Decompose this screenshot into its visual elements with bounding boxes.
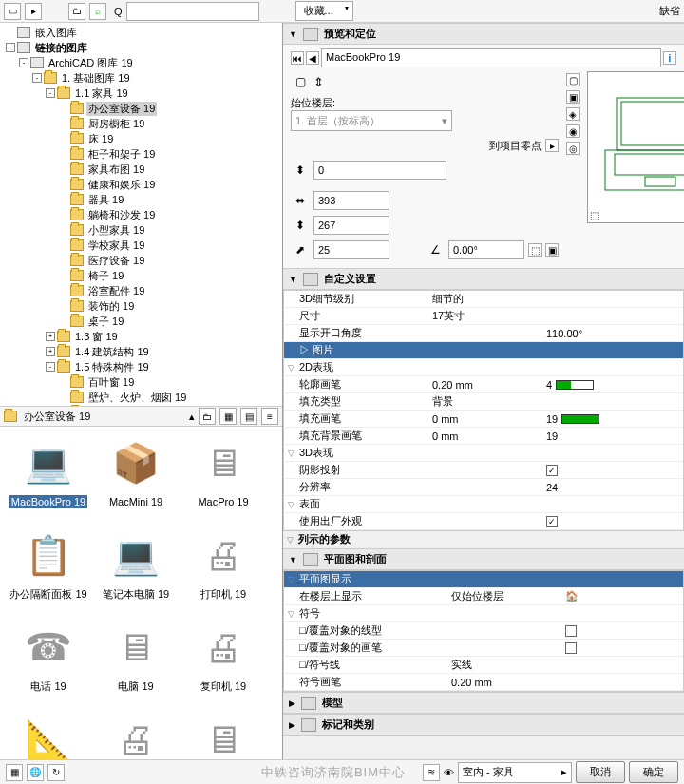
- grid-icon[interactable]: ▦: [6, 764, 23, 781]
- refresh-icon[interactable]: ↻: [48, 764, 65, 781]
- tree-item[interactable]: 浴室配件 19: [2, 283, 280, 298]
- property-row[interactable]: 分辨率24: [284, 479, 683, 496]
- eye-icon[interactable]: 👁: [444, 767, 454, 778]
- property-row[interactable]: ▽符号: [284, 605, 683, 622]
- favorites-button[interactable]: 收藏...: [295, 1, 353, 21]
- thumb-item[interactable]: 🖨绘图机 19: [93, 709, 179, 759]
- arrow-icon[interactable]: ▸: [25, 3, 42, 20]
- tree-item[interactable]: 学校家具 19: [2, 238, 280, 253]
- property-row[interactable]: ▽平面图显示: [284, 571, 683, 588]
- info-icon[interactable]: i: [663, 51, 676, 65]
- thumb-item[interactable]: 🖨打印机 19: [180, 525, 266, 615]
- filter-icon[interactable]: ⌕: [89, 3, 106, 20]
- tree-item[interactable]: -链接的图库: [2, 40, 280, 55]
- view-folder-icon[interactable]: 🗀: [199, 408, 216, 425]
- thumb-item[interactable]: 📐画夹 19: [6, 709, 91, 759]
- tree-item[interactable]: 健康和娱乐 19: [2, 177, 280, 192]
- ok-button[interactable]: 确定: [629, 761, 678, 783]
- tree-item[interactable]: -1. 基础图库 19: [2, 70, 280, 86]
- tree-item[interactable]: 装饰的 19: [2, 298, 280, 314]
- thumb-item[interactable]: 💻MacBookPro 19: [6, 432, 91, 523]
- layer-icon[interactable]: ≋: [423, 764, 440, 781]
- panel-toggle-icon[interactable]: ▭: [4, 3, 21, 20]
- chevron-right-icon[interactable]: ▸: [545, 139, 559, 152]
- property-row[interactable]: 轮廓画笔0.20 mm4: [284, 376, 683, 393]
- property-row[interactable]: 填充类型背景: [284, 393, 683, 411]
- depth-input[interactable]: [314, 216, 390, 235]
- section-tags-header[interactable]: ▶ 标记和类别: [283, 714, 684, 736]
- property-row[interactable]: □/覆盖对象的线型: [284, 622, 683, 640]
- thumb-item[interactable]: 📦MacMini 19: [93, 432, 179, 523]
- tree-item[interactable]: 椅子 19: [2, 268, 280, 283]
- property-row[interactable]: ▽2D表现: [284, 359, 683, 376]
- section-plan-header[interactable]: ▼ 平面图和剖面: [283, 548, 684, 570]
- tree-item[interactable]: 器具 19: [2, 192, 280, 207]
- property-row[interactable]: 填充背景画笔0 mm19: [284, 428, 683, 445]
- property-row[interactable]: 尺寸17英寸: [284, 308, 683, 325]
- tree-item[interactable]: 壁炉、火炉、烟囱 19: [2, 390, 280, 405]
- layer-select[interactable]: 室内 - 家具▸: [458, 762, 572, 783]
- view-iso-icon[interactable]: ◉: [566, 124, 580, 138]
- tree-item[interactable]: 柜子和架子 19: [2, 146, 280, 162]
- thumb-item[interactable]: 📋办公隔断面板 19: [6, 525, 91, 615]
- property-row[interactable]: ▽表面: [284, 496, 683, 513]
- property-row[interactable]: 阴影投射: [284, 462, 683, 479]
- tree-item[interactable]: -ArchiCAD 图库 19: [2, 55, 280, 70]
- thumb-item[interactable]: 🖥MacPro 19: [180, 432, 266, 523]
- tree-item[interactable]: 嵌入图库: [2, 25, 280, 40]
- nav-first-icon[interactable]: ⏮: [291, 51, 304, 65]
- property-row[interactable]: □/覆盖对象的画笔: [284, 640, 683, 657]
- thumbnail-grid[interactable]: 💻MacBookPro 19📦MacMini 19🖥MacPro 19📋办公隔断…: [0, 427, 282, 759]
- property-row[interactable]: □/符号线实线: [284, 657, 683, 674]
- tree-item[interactable]: 百叶窗 19: [2, 374, 280, 390]
- section-preview-header[interactable]: ▼ 预览和定位: [283, 23, 684, 45]
- property-row[interactable]: 3D细节级别细节的: [284, 291, 683, 308]
- floor-select[interactable]: 1. 首层（按标高）▾: [291, 110, 452, 131]
- mirror-v-icon[interactable]: ▣: [545, 243, 559, 257]
- preview-viewport[interactable]: ⬚: [587, 71, 684, 223]
- tree-item[interactable]: 躺椅和沙发 19: [2, 207, 280, 222]
- view-3d-icon[interactable]: ◈: [566, 107, 580, 121]
- section-model-header[interactable]: ▶ 模型: [283, 692, 684, 714]
- tree-item[interactable]: 办公室设备 19: [2, 101, 280, 116]
- angle-input[interactable]: [448, 240, 524, 259]
- up-arrow-icon[interactable]: ▴: [189, 411, 195, 423]
- property-row[interactable]: 显示开口角度110.00°: [284, 325, 683, 342]
- globe-icon[interactable]: 🌐: [27, 764, 44, 781]
- origin-input[interactable]: [314, 161, 446, 180]
- thumb-item[interactable]: 🖨复印机 19: [180, 617, 266, 707]
- property-row[interactable]: ▽3D表现: [284, 445, 683, 462]
- tree-item[interactable]: 桌子 19: [2, 314, 280, 329]
- tree-item[interactable]: 厨房橱柜 19: [2, 116, 280, 131]
- property-row[interactable]: 在楼层上显示仅始位楼层🏠: [284, 588, 683, 605]
- mirror-h-icon[interactable]: ⬚: [528, 243, 542, 257]
- view-small-icon[interactable]: ▤: [240, 408, 257, 425]
- property-row[interactable]: 使用出厂外观: [284, 513, 683, 530]
- search-input[interactable]: [126, 2, 259, 21]
- tree-item[interactable]: 小型家具 19: [2, 222, 280, 238]
- thumb-item[interactable]: 💻笔记本电脑 19: [93, 525, 179, 615]
- thumb-item[interactable]: 🖥电脑 19: [93, 617, 179, 707]
- cancel-button[interactable]: 取消: [576, 761, 625, 783]
- view-side-icon[interactable]: ◎: [566, 142, 580, 155]
- property-row[interactable]: 符号画笔0.20 mm: [284, 674, 683, 691]
- tree-item[interactable]: 医疗设备 19: [2, 253, 280, 268]
- view-front-icon[interactable]: ▣: [566, 90, 580, 104]
- nav-prev-icon[interactable]: ◀: [306, 51, 319, 65]
- tree-item[interactable]: +1.3 窗 19: [2, 329, 280, 344]
- section-custom-header[interactable]: ▼ 自定义设置: [283, 268, 684, 290]
- width-input[interactable]: [314, 191, 390, 210]
- view-list-icon[interactable]: ≡: [261, 408, 278, 425]
- tree-item[interactable]: +1.4 建筑结构 19: [2, 344, 280, 359]
- view-large-icon[interactable]: ▦: [219, 408, 237, 425]
- library-tree[interactable]: 嵌入图库-链接的图库-ArchiCAD 图库 19-1. 基础图库 19-1.1…: [0, 23, 282, 406]
- tree-item[interactable]: 床 19: [2, 131, 280, 146]
- thumb-item[interactable]: 🖥监视器 19: [180, 709, 266, 759]
- z-input[interactable]: [314, 240, 390, 259]
- thumb-item[interactable]: ☎电话 19: [6, 617, 91, 707]
- property-row[interactable]: ▷ 图片: [284, 342, 683, 359]
- view-top-icon[interactable]: ▢: [566, 73, 580, 86]
- property-row[interactable]: 填充画笔0 mm19: [284, 411, 683, 428]
- tree-item[interactable]: -1.1 家具 19: [2, 86, 280, 101]
- tree-icon[interactable]: 🗀: [68, 3, 86, 20]
